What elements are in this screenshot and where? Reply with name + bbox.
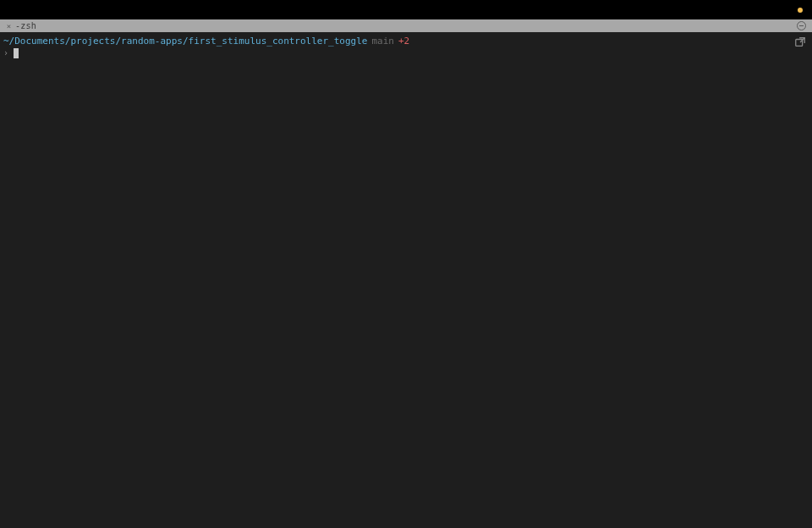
text-cursor [14, 48, 19, 58]
prompt-context-line: ~/Documents/projects/random-apps/first_s… [3, 36, 809, 47]
git-status-indicator: +2 [398, 36, 409, 47]
window-titlebar [0, 0, 812, 19]
git-branch: main [371, 36, 394, 47]
minimize-button[interactable] [798, 8, 803, 13]
tab-title[interactable]: -zsh [15, 21, 36, 30]
terminal-viewport[interactable]: ~/Documents/projects/random-apps/first_s… [0, 32, 812, 528]
prompt-caret: › [3, 48, 8, 58]
close-tab-button[interactable]: × [5, 22, 13, 30]
external-link-icon[interactable] [794, 36, 806, 48]
command-input-line[interactable]: › [3, 47, 809, 58]
tab-bar: × -zsh [0, 19, 812, 32]
collapse-icon[interactable] [797, 21, 806, 30]
current-directory: ~/Documents/projects/random-apps/first_s… [3, 36, 367, 47]
